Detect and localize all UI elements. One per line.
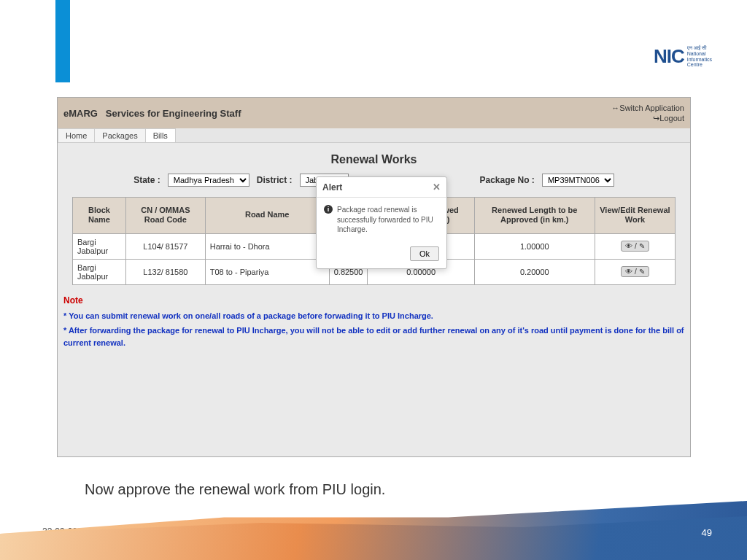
- logout-link[interactable]: ↪Logout: [611, 113, 684, 124]
- view-edit-button[interactable]: 👁 / ✎: [621, 266, 649, 277]
- nic-mark: NIC: [654, 45, 684, 68]
- info-icon: i: [324, 205, 333, 214]
- view-edit-button[interactable]: 👁 / ✎: [621, 241, 649, 252]
- state-select[interactable]: Madhya Pradesh: [168, 174, 249, 187]
- switch-application-link[interactable]: ↔Switch Application: [611, 103, 684, 113]
- ok-button[interactable]: Ok: [410, 246, 439, 261]
- tab-home[interactable]: Home: [58, 128, 95, 142]
- note-line-2: * After forwarding the package for renew…: [58, 323, 690, 350]
- package-label: Package No :: [480, 175, 535, 185]
- app-header: eMARG Services for Engineering Staff ↔Sw…: [58, 98, 690, 128]
- header-links: ↔Switch Application ↪Logout: [611, 103, 684, 124]
- nic-tagline: एन आई सी National Informatics Centre: [687, 45, 712, 68]
- note-label: Note: [58, 285, 690, 308]
- district-label: District :: [257, 175, 293, 185]
- page-title: Renewal Works: [58, 143, 690, 174]
- modal-header: Alert ✕: [317, 177, 446, 198]
- modal-title: Alert: [322, 182, 342, 192]
- slide-caption: Now approve the renewal work from PIU lo…: [85, 481, 385, 498]
- col-action: View/Edit Renewal Work: [595, 198, 675, 234]
- page-number: 49: [702, 527, 712, 538]
- modal-body: i Package road renewal is successfully f…: [317, 198, 446, 242]
- tab-packages[interactable]: Packages: [94, 128, 145, 142]
- close-icon[interactable]: ✕: [433, 182, 441, 192]
- alert-modal: Alert ✕ i Package road renewal is succes…: [316, 176, 447, 269]
- app-title: eMARG Services for Engineering Staff: [63, 108, 241, 119]
- accent-bar: [55, 0, 70, 82]
- modal-footer: Ok: [317, 242, 446, 268]
- tab-bar: Home Packages Bills: [58, 128, 690, 143]
- package-select[interactable]: MP39MTN006: [542, 174, 614, 187]
- note-line-1: * You can submit renewal work on one/all…: [58, 308, 690, 324]
- modal-message: Package road renewal is successfully for…: [337, 205, 439, 235]
- col-approved: Renewed Length to be Approved (in km.): [474, 198, 595, 234]
- nic-logo: NIC एन आई सी National Informatics Centre: [654, 45, 712, 68]
- app-window: eMARG Services for Engineering Staff ↔Sw…: [57, 97, 691, 457]
- tab-bills[interactable]: Bills: [145, 128, 176, 142]
- col-road: Road Name: [205, 198, 329, 234]
- col-block: Block Name: [73, 198, 126, 234]
- col-code: CN / OMMAS Road Code: [126, 198, 206, 234]
- state-label: State :: [133, 175, 160, 185]
